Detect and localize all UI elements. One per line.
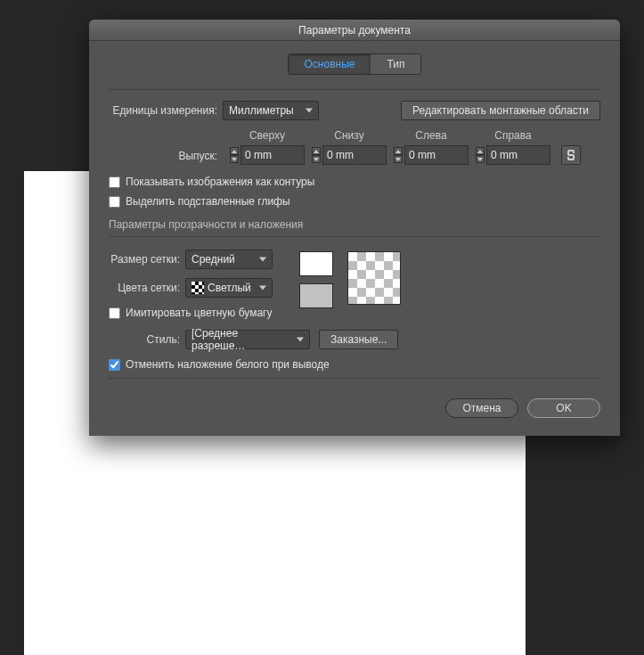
custom-style-button[interactable]: Заказные... bbox=[319, 330, 398, 349]
bleed-bottom-up[interactable] bbox=[312, 147, 321, 155]
link-bleed-button[interactable] bbox=[561, 145, 581, 165]
bleed-left-input[interactable] bbox=[404, 145, 469, 165]
show-outlines-row[interactable]: Показывать изображения как контуры bbox=[109, 176, 600, 188]
reset-white-checkbox[interactable] bbox=[109, 359, 120, 371]
simulate-paper-row[interactable]: Имитировать цветную бумагу bbox=[109, 307, 273, 319]
bleed-left-up[interactable] bbox=[394, 147, 403, 155]
grid-size-value: Средний bbox=[192, 253, 235, 266]
bleed-bottom-down[interactable] bbox=[312, 155, 321, 163]
bleed-label: Выпуск: bbox=[109, 150, 223, 165]
dialog-title: Параметры документа bbox=[89, 20, 620, 41]
tab-main[interactable]: Основные bbox=[289, 54, 371, 74]
cancel-button[interactable]: Отмена bbox=[445, 398, 518, 418]
style-value: [Среднее разреше… bbox=[192, 327, 291, 352]
grid-colors-value: Светлый bbox=[208, 282, 251, 294]
highlight-glyphs-checkbox[interactable] bbox=[109, 196, 120, 208]
bleed-top-down[interactable] bbox=[230, 155, 239, 163]
grid-size-select[interactable]: Средний bbox=[185, 250, 273, 269]
style-label: Стиль: bbox=[109, 333, 185, 346]
highlight-glyphs-label: Выделить подставленные глифы bbox=[126, 195, 290, 208]
style-select[interactable]: [Среднее разреше… bbox=[185, 330, 310, 349]
bleed-top-label: Сверху bbox=[249, 129, 285, 142]
grid-colors-select[interactable]: Светлый bbox=[185, 278, 273, 298]
bleed-left-label: Слева bbox=[415, 129, 446, 142]
grid-size-label: Размер сетки: bbox=[109, 253, 185, 266]
tabs: Основные Тип bbox=[109, 53, 600, 75]
tab-type[interactable]: Тип bbox=[371, 54, 420, 74]
bleed-left-down[interactable] bbox=[394, 155, 403, 163]
bleed-bottom-input[interactable] bbox=[322, 145, 387, 165]
simulate-paper-label: Имитировать цветную бумагу bbox=[126, 307, 272, 319]
units-value: Миллиметры bbox=[229, 104, 294, 117]
show-outlines-checkbox[interactable] bbox=[109, 176, 120, 188]
swatch-dark[interactable] bbox=[299, 283, 333, 308]
grid-colors-label: Цвета сетки: bbox=[109, 282, 185, 294]
document-setup-dialog: Параметры документа Основные Тип Единицы… bbox=[89, 20, 620, 436]
edit-artboards-button[interactable]: Редактировать монтажные области bbox=[401, 101, 600, 120]
units-label: Единицы измерения: bbox=[109, 104, 223, 117]
link-icon bbox=[567, 149, 575, 161]
show-outlines-label: Показывать изображения как контуры bbox=[126, 176, 314, 188]
highlight-glyphs-row[interactable]: Выделить подставленные глифы bbox=[109, 195, 600, 208]
units-select[interactable]: Миллиметры bbox=[223, 101, 319, 120]
bleed-right-input[interactable] bbox=[486, 145, 550, 165]
checker-icon bbox=[192, 282, 204, 294]
reset-white-label: Отменить наложение белого при выводе bbox=[126, 358, 330, 371]
bleed-right-down[interactable] bbox=[476, 155, 485, 163]
bleed-right-up[interactable] bbox=[476, 147, 485, 155]
bleed-bottom-label: Снизу bbox=[334, 129, 363, 142]
simulate-paper-checkbox[interactable] bbox=[109, 307, 120, 319]
transparency-preview bbox=[347, 251, 401, 305]
ok-button[interactable]: OK bbox=[527, 398, 600, 418]
swatch-light[interactable] bbox=[299, 251, 333, 276]
transparency-section-title: Параметры прозрачности и наложения bbox=[109, 218, 600, 231]
bleed-top-up[interactable] bbox=[230, 147, 239, 155]
reset-white-row[interactable]: Отменить наложение белого при выводе bbox=[109, 358, 600, 371]
bleed-top-input[interactable] bbox=[240, 145, 305, 165]
bleed-right-label: Справа bbox=[494, 129, 531, 142]
